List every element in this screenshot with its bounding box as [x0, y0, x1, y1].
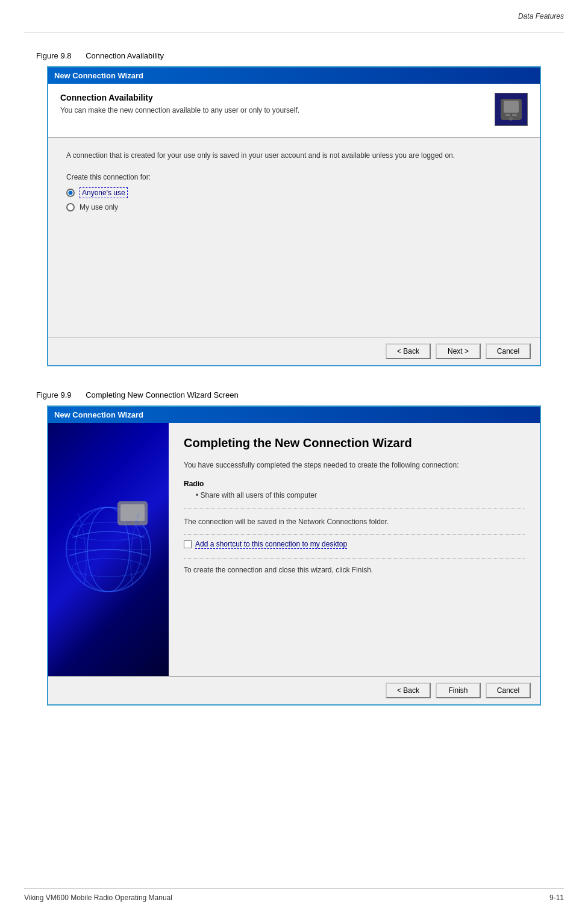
radio-anyone[interactable]: Anyone's use: [66, 187, 522, 198]
checkbox-row[interactable]: Add a shortcut to this connection to my …: [184, 534, 525, 549]
connection-availability-dialog: New Connection Wizard Connection Availab…: [47, 66, 541, 366]
completing-finish-note: To create the connection and close this …: [184, 558, 525, 574]
figure-label-text: Figure 9.8: [36, 51, 72, 60]
globe-illustration: [60, 489, 157, 610]
footer-right-text: 9-11: [549, 894, 564, 902]
completing-note: The connection will be saved in the Netw…: [184, 509, 525, 527]
wizard-header-panel-1: Connection Availability You can make the…: [48, 84, 540, 138]
figure-9-8-section: Figure 9.8 Connection Availability New C…: [24, 51, 564, 366]
svg-point-4: [509, 117, 513, 121]
create-for-label: Create this connection for:: [66, 173, 522, 181]
connection-name: Radio: [184, 480, 525, 488]
figure-9-9-label: Figure 9.9 Completing New Connection Wiz…: [24, 390, 564, 399]
titlebar-text-1: New Connection Wizard: [54, 71, 143, 80]
titlebar-text-2: New Connection Wizard: [54, 410, 143, 419]
wizard-titlebar-1: New Connection Wizard: [48, 67, 540, 84]
phone-icon-1: [498, 96, 525, 123]
wizard-footer-1: < Back Next > Cancel: [48, 337, 540, 365]
wizard-titlebar-2: New Connection Wizard: [48, 407, 540, 423]
figure-9-9-caption-text: Completing New Connection Wizard Screen: [86, 390, 239, 399]
page-header-text: Data Features: [518, 12, 564, 20]
radio-myuse[interactable]: My use only: [66, 203, 522, 211]
figure-9-8-label: Figure 9.8 Connection Availability: [24, 51, 564, 60]
svg-rect-1: [504, 101, 519, 113]
completing-title: Completing the New Connection Wizard: [184, 435, 525, 451]
wizard-header-title-1: Connection Availability: [60, 93, 495, 102]
radio-myuse-label: My use only: [80, 203, 118, 211]
radio-myuse-circle[interactable]: [66, 203, 75, 211]
radio-anyone-label: Anyone's use: [80, 187, 128, 198]
wizard-body-text-1: A connection that is created for your us…: [66, 150, 522, 161]
back-button-2[interactable]: < Back: [386, 683, 431, 698]
connection-detail: Share with all users of this computer: [196, 491, 525, 499]
wizard-header-subtitle-1: You can make the new connection availabl…: [60, 106, 495, 114]
page-footer: Viking VM600 Mobile Radio Operating Manu…: [24, 888, 564, 902]
wizard-footer-2: < Back Finish Cancel: [48, 676, 540, 704]
wizard-header-text-1: Connection Availability You can make the…: [60, 93, 495, 114]
svg-rect-3: [512, 114, 517, 116]
figure-9-9-section: Figure 9.9 Completing New Connection Wiz…: [24, 390, 564, 706]
desktop-shortcut-checkbox[interactable]: [184, 540, 192, 548]
radio-anyone-circle[interactable]: [66, 189, 75, 197]
back-button-1[interactable]: < Back: [386, 343, 431, 359]
cancel-button-2[interactable]: Cancel: [486, 683, 531, 698]
svg-rect-12: [120, 504, 145, 521]
completing-left-panel: [48, 423, 169, 676]
wizard-header-icon-1: [495, 93, 528, 126]
completing-wizard-dialog: New Connection Wizard: [47, 405, 541, 706]
completing-right-panel: Completing the New Connection Wizard You…: [169, 423, 540, 676]
page-header: Data Features: [24, 6, 564, 33]
next-button-1[interactable]: Next >: [436, 343, 481, 359]
cancel-button-1[interactable]: Cancel: [486, 343, 531, 359]
svg-rect-2: [505, 114, 510, 116]
wizard-body-1: A connection that is created for your us…: [48, 138, 540, 337]
svg-point-13: [131, 522, 134, 525]
completing-subtitle: You have successfully completed the step…: [184, 460, 525, 471]
checkbox-label: Add a shortcut to this connection to my …: [195, 540, 347, 549]
finish-button[interactable]: Finish: [436, 683, 481, 698]
completing-wizard-panels: Completing the New Connection Wizard You…: [48, 423, 540, 676]
figure-9-9-label-text: Figure 9.9: [36, 390, 72, 399]
footer-left-text: Viking VM600 Mobile Radio Operating Manu…: [24, 894, 172, 902]
svg-point-10: [72, 559, 145, 577]
figure-caption-text: Connection Availability: [86, 51, 164, 60]
